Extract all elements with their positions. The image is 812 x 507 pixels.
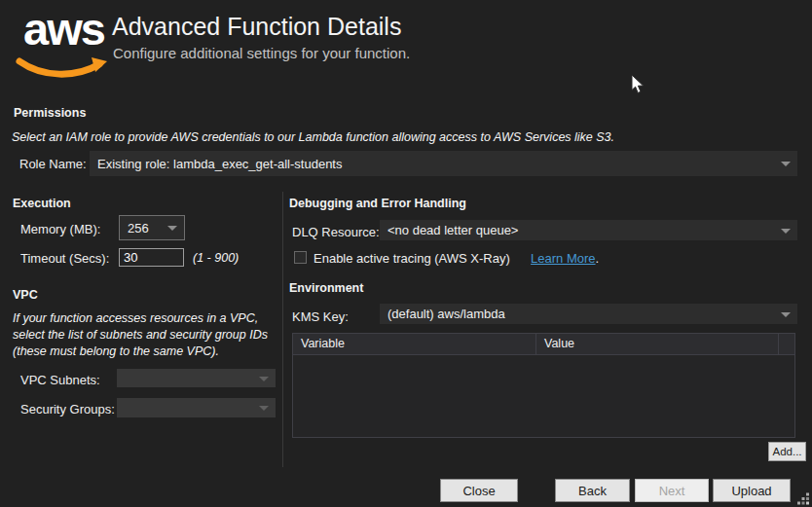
kms-key-value: (default) aws/lambda — [388, 307, 505, 321]
debugging-heading: Debugging and Error Handling — [289, 197, 466, 210]
mouse-cursor-icon — [631, 74, 646, 94]
environment-heading: Environment — [289, 281, 363, 295]
vpc-description: If your function accesses resources in a… — [13, 310, 276, 360]
active-tracing-text: Enable active tracing (AWS X-Ray) — [314, 251, 510, 266]
column-divider — [282, 192, 283, 467]
aws-smile-icon — [16, 56, 109, 80]
kms-key-label: KMS Key: — [292, 309, 349, 324]
column-header-variable[interactable]: Variable — [293, 334, 536, 354]
close-button[interactable]: Close — [440, 479, 518, 502]
advanced-function-details-dialog: aws Advanced Function Details Configure … — [0, 0, 812, 507]
active-tracing-checkbox[interactable] — [294, 251, 307, 264]
aws-logo-text: aws — [10, 6, 107, 52]
role-name-label: Role Name: — [19, 157, 87, 171]
dlq-value: <no dead letter queue> — [388, 223, 518, 237]
timeout-range-hint: (1 - 900) — [193, 251, 239, 265]
table-header-row: Variable Value — [293, 334, 794, 355]
environment-variables-table[interactable]: Variable Value — [292, 333, 795, 438]
page-title: Advanced Function Details — [112, 13, 401, 41]
permissions-description: Select an IAM role to provide AWS creden… — [12, 130, 614, 144]
table-body-empty[interactable] — [293, 355, 794, 438]
dlq-label: DLQ Resource: — [292, 225, 380, 239]
aws-logo: aws — [10, 6, 107, 88]
learn-more-link[interactable]: Learn More — [531, 251, 595, 266]
timeout-input[interactable] — [119, 248, 184, 267]
memory-dropdown[interactable]: 256 — [119, 215, 185, 240]
back-button[interactable]: Back — [555, 479, 630, 502]
execution-heading: Execution — [13, 197, 71, 210]
column-header-spacer — [779, 334, 794, 354]
memory-label: Memory (MB): — [20, 222, 100, 236]
role-name-value: Existing role: lambda_exec_get-all-stude… — [97, 157, 342, 171]
role-name-dropdown[interactable]: Existing role: lambda_exec_get-all-stude… — [90, 151, 797, 176]
page-subtitle: Configure additional settings for your f… — [113, 45, 410, 61]
chevron-down-icon — [781, 229, 791, 234]
security-groups-dropdown[interactable] — [117, 398, 276, 417]
dlq-dropdown[interactable]: <no dead letter queue> — [380, 220, 797, 240]
column-header-value[interactable]: Value — [536, 334, 779, 354]
permissions-heading: Permissions — [14, 106, 86, 120]
memory-value: 256 — [128, 221, 149, 235]
security-groups-label: Security Groups: — [20, 402, 115, 416]
chevron-down-icon — [259, 377, 269, 381]
resize-grip-icon[interactable] — [797, 492, 810, 505]
add-variable-button[interactable]: Add... — [768, 442, 806, 461]
upload-button[interactable]: Upload — [713, 479, 791, 502]
active-tracing-label: Enable active tracing (AWS X-Ray) Learn … — [314, 251, 599, 266]
kms-key-dropdown[interactable]: (default) aws/lambda — [380, 304, 797, 324]
chevron-down-icon — [781, 312, 791, 317]
chevron-down-icon — [259, 406, 269, 411]
vpc-subnets-label: VPC Subnets: — [20, 373, 100, 387]
chevron-down-icon — [167, 226, 177, 231]
next-button[interactable]: Next — [635, 479, 709, 502]
timeout-label: Timeout (Secs): — [20, 251, 109, 266]
vpc-subnets-dropdown[interactable] — [117, 369, 276, 387]
vpc-heading: VPC — [13, 288, 38, 302]
chevron-down-icon — [781, 162, 791, 166]
learn-more-period: . — [596, 251, 600, 266]
